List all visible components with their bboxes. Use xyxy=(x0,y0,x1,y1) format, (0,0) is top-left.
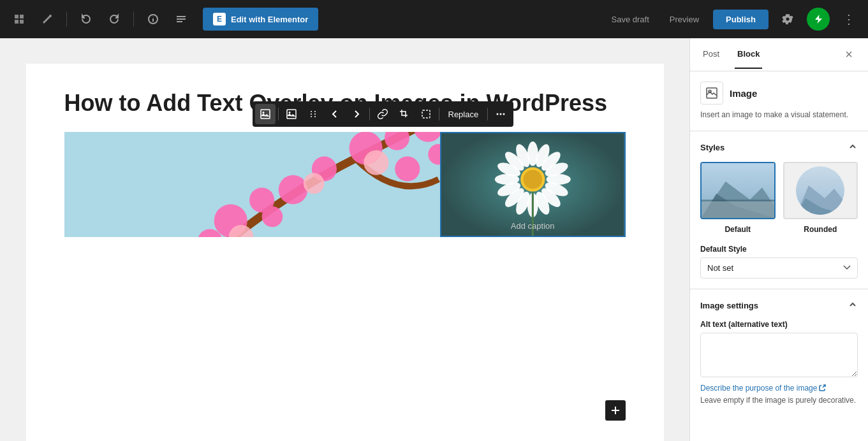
svg-point-43 xyxy=(261,206,283,228)
section-divider-2 xyxy=(690,289,868,289)
styles-section: Styles xyxy=(700,141,858,278)
svg-rect-2 xyxy=(15,20,18,24)
sidebar: Post Block × Image Insert an image xyxy=(689,38,868,441)
svg-point-17 xyxy=(311,113,312,115)
drag-handle[interactable] xyxy=(303,104,323,124)
svg-point-16 xyxy=(314,111,316,112)
image-settings-title: Image settings xyxy=(700,301,758,310)
svg-point-47 xyxy=(303,173,324,194)
image-gallery: Replace xyxy=(64,132,626,237)
svg-rect-3 xyxy=(20,20,24,24)
styles-header: Styles xyxy=(700,141,858,154)
svg-rect-10 xyxy=(177,21,182,22)
image-settings-header: Image settings xyxy=(700,300,858,312)
publish-button[interactable]: Publish xyxy=(713,10,769,29)
svg-point-12 xyxy=(262,112,264,113)
add-block-toolbar-button[interactable] xyxy=(8,8,31,31)
svg-rect-57 xyxy=(612,410,619,411)
style-rounded-label: Rounded xyxy=(804,225,837,234)
image-caption[interactable]: Add caption xyxy=(511,221,555,231)
describe-link-text: Describe the purpose of the image xyxy=(700,384,817,393)
svg-point-23 xyxy=(500,113,502,115)
svg-point-15 xyxy=(311,111,312,112)
sidebar-header: Post Block × xyxy=(690,38,868,71)
image-settings-collapse-button[interactable] xyxy=(848,300,858,312)
crop-button[interactable] xyxy=(394,104,415,124)
svg-point-4 xyxy=(49,15,52,17)
svg-rect-8 xyxy=(177,16,186,17)
styles-collapse-button[interactable] xyxy=(848,141,858,154)
info-button[interactable] xyxy=(142,8,165,31)
style-default-label: Default xyxy=(725,225,751,234)
bolt-button[interactable] xyxy=(807,8,830,31)
preview-button[interactable]: Preview xyxy=(663,11,705,28)
gallery-image-2[interactable] xyxy=(252,132,435,237)
save-draft-button[interactable]: Save draft xyxy=(605,11,656,28)
default-style-label: Default Style xyxy=(700,245,858,254)
block-description: Insert an image to make a visual stateme… xyxy=(700,110,858,120)
tab-post[interactable]: Post xyxy=(700,40,722,69)
image-settings-section: Image settings Alt text (alternative tex… xyxy=(700,300,858,406)
svg-point-54 xyxy=(523,170,542,189)
elementor-label: Edit with Elementor xyxy=(231,15,308,24)
svg-point-20 xyxy=(314,116,316,117)
svg-point-7 xyxy=(153,17,154,17)
elementor-logo: E xyxy=(213,13,226,25)
svg-point-22 xyxy=(497,113,499,115)
image-floating-toolbar: Replace xyxy=(253,101,514,127)
selection-button[interactable] xyxy=(416,104,436,124)
svg-point-48 xyxy=(364,150,388,175)
block-title: Image xyxy=(730,88,757,99)
sidebar-content: Image Insert an image to make a visual s… xyxy=(690,71,868,441)
add-image-button[interactable] xyxy=(281,104,302,124)
prev-block-button[interactable] xyxy=(325,104,345,124)
toolbar-divider-1 xyxy=(66,11,67,27)
page-content: How to Add Text Overlay on Images in Wor… xyxy=(26,64,664,441)
block-section: Image Insert an image to make a visual s… xyxy=(700,82,858,120)
more-options-button[interactable]: ⋮ xyxy=(837,8,860,31)
replace-button[interactable]: Replace xyxy=(442,107,485,122)
svg-point-44 xyxy=(395,157,420,182)
svg-point-14 xyxy=(288,112,290,113)
block-type-icon xyxy=(700,82,723,105)
svg-rect-63 xyxy=(702,199,774,218)
describe-purpose-link[interactable]: Describe the purpose of the image xyxy=(700,384,826,393)
edit-with-elementor-button[interactable]: E Edit with Elementor xyxy=(203,8,318,31)
menu-button[interactable] xyxy=(170,8,193,31)
editor-area[interactable]: How to Add Text Overlay on Images in Wor… xyxy=(0,38,689,441)
default-preview-image xyxy=(702,163,774,218)
settings-button[interactable] xyxy=(776,8,799,31)
svg-rect-9 xyxy=(177,18,186,20)
top-toolbar: E Edit with Elementor Save draft Preview… xyxy=(0,0,868,38)
svg-point-34 xyxy=(278,175,307,205)
toolbar-divider-2 xyxy=(369,108,370,120)
undo-button[interactable] xyxy=(75,8,98,31)
alt-text-input[interactable] xyxy=(700,333,858,377)
alt-text-label: Alt text (alternative text) xyxy=(700,320,858,329)
svg-point-19 xyxy=(311,116,312,117)
image-block-icon[interactable] xyxy=(255,104,276,124)
leave-empty-text: Leave empty if the image is purely decor… xyxy=(700,395,858,406)
redo-button[interactable] xyxy=(103,8,126,31)
default-style-select[interactable]: Not set Default Rounded xyxy=(700,257,858,278)
style-preview-rounded xyxy=(783,162,858,219)
svg-rect-0 xyxy=(15,15,18,18)
section-divider-1 xyxy=(690,131,868,131)
svg-point-24 xyxy=(503,113,505,115)
more-image-options-button[interactable] xyxy=(490,104,511,124)
svg-rect-1 xyxy=(20,15,24,18)
sidebar-close-button[interactable]: × xyxy=(840,46,858,64)
tools-button[interactable] xyxy=(36,8,59,31)
svg-rect-11 xyxy=(261,110,270,119)
gallery-image-3[interactable]: Add caption xyxy=(440,132,626,237)
styles-grid: Default xyxy=(700,162,858,235)
next-block-button[interactable] xyxy=(346,104,367,124)
toolbar-right: Save draft Preview Publish ⋮ xyxy=(605,8,860,31)
styles-title: Styles xyxy=(700,143,725,152)
style-option-rounded[interactable]: Rounded xyxy=(783,162,858,235)
style-option-default[interactable]: Default xyxy=(700,162,776,235)
external-link-icon xyxy=(819,384,826,391)
add-block-button[interactable] xyxy=(605,400,626,421)
tab-block[interactable]: Block xyxy=(735,40,762,69)
link-button[interactable] xyxy=(372,104,393,124)
